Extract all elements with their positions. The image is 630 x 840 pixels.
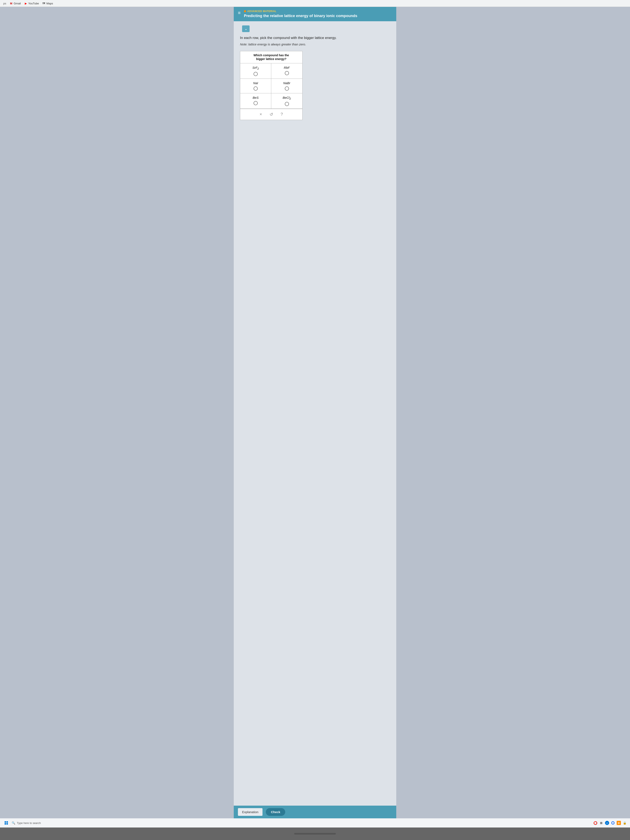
radio-rbf[interactable]: [285, 71, 289, 75]
windows-logo-icon: [5, 821, 8, 824]
compound-rbf: RbF: [284, 66, 290, 69]
chevron-down-button[interactable]: ⌄: [242, 25, 249, 32]
taskbar-search-area[interactable]: 🔍 Type here to search: [12, 821, 74, 824]
compound-cell-becl2: BeCl2: [271, 93, 302, 109]
photos-icon[interactable]: 🖼: [617, 821, 621, 825]
compound-row-1: SrF2 RbF: [240, 63, 302, 79]
advanced-material-text: ADVANCED MATERIAL: [247, 10, 276, 13]
chrome-icon[interactable]: [611, 821, 615, 825]
chevron-down-icon: ⌄: [245, 27, 248, 31]
edge-icon[interactable]: e: [605, 821, 609, 825]
radio-srf2[interactable]: [254, 72, 258, 76]
compound-nai: NaI: [253, 81, 258, 85]
note-text: Note: lattice energy is always greater t…: [240, 43, 390, 46]
browser-toolbar: ps M Gmail ▶ YouTube 🗺 Maps: [0, 0, 630, 7]
compound-cell-nai: NaI: [240, 79, 271, 93]
main-area: ≡ ADVANCED MATERIAL Predicting the relat…: [0, 7, 630, 818]
header-content: ADVANCED MATERIAL Predicting the relativ…: [244, 10, 392, 18]
youtube-label: YouTube: [28, 2, 39, 5]
compound-cell-bes: BeS: [240, 93, 271, 109]
explanation-button[interactable]: Explanation: [238, 808, 262, 816]
radio-bes[interactable]: [254, 101, 258, 105]
compound-cell-srf2: SrF2: [240, 63, 271, 79]
taskview-icon[interactable]: ⊞: [599, 821, 603, 825]
instruction-text: In each row, pick the compound with the …: [240, 35, 390, 40]
orange-dot-icon: [244, 10, 246, 12]
hamburger-icon[interactable]: ≡: [238, 10, 241, 16]
gmail-icon: M: [9, 2, 13, 5]
help-button[interactable]: ?: [279, 111, 284, 117]
windows-start-button[interactable]: [3, 820, 9, 826]
dismiss-button[interactable]: ×: [258, 111, 264, 117]
laptop-bottom-bezel: [0, 827, 630, 840]
cortana-icon[interactable]: ⭕: [593, 821, 597, 825]
compound-becl2: BeCl2: [283, 96, 291, 100]
radio-becl2[interactable]: [285, 102, 289, 106]
action-row: × ↺ ?: [240, 109, 302, 120]
chevron-section: ⌄: [242, 25, 390, 32]
table-header-line1: Which compound has the: [243, 53, 299, 57]
svg-point-1: [612, 822, 614, 824]
taskbar-system-icons: ⭕ ⊞ e 🖼 🔒: [593, 821, 627, 825]
radio-nabr[interactable]: [285, 87, 289, 91]
maps-icon: 🗺: [42, 2, 46, 5]
bookmark-maps[interactable]: 🗺 Maps: [42, 2, 53, 5]
bookmark-gmail[interactable]: M Gmail: [9, 2, 21, 5]
bookmark-youtube[interactable]: ▶ YouTube: [24, 2, 39, 5]
header-title: Predicting the relative lattice energy o…: [244, 14, 392, 18]
undo-icon: ↺: [270, 112, 273, 117]
compound-srf2: SrF2: [252, 66, 259, 70]
check-button[interactable]: Check: [266, 808, 285, 816]
compound-cell-nabr: NaBr: [271, 79, 302, 93]
table-header: Which compound has the bigger lattice en…: [240, 51, 302, 63]
help-icon: ?: [281, 112, 283, 117]
gmail-label: Gmail: [14, 2, 21, 5]
compound-row-2: NaI NaBr: [240, 79, 302, 93]
radio-nai[interactable]: [254, 87, 258, 91]
compound-cell-rbf: RbF: [271, 63, 302, 79]
taskbar: 🔍 Type here to search ⭕ ⊞ e 🖼 🔒: [0, 818, 630, 827]
advanced-material-label: ADVANCED MATERIAL: [244, 10, 392, 13]
table-header-line2: bigger lattice energy?: [243, 57, 299, 61]
compound-row-3: BeS BeCl2: [240, 93, 302, 109]
undo-button[interactable]: ↺: [268, 111, 275, 118]
compound-bes: BeS: [253, 96, 259, 99]
app-header: ≡ ADVANCED MATERIAL Predicting the relat…: [234, 7, 396, 21]
laptop-hinge: [294, 833, 336, 835]
content-area: ⌄ In each row, pick the compound with th…: [234, 21, 396, 805]
search-icon: 🔍: [12, 821, 15, 824]
app-container: ≡ ADVANCED MATERIAL Predicting the relat…: [234, 7, 396, 818]
taskbar-search-placeholder: Type here to search: [17, 821, 41, 824]
compound-nabr: NaBr: [283, 81, 290, 85]
compound-table: Which compound has the bigger lattice en…: [240, 51, 303, 120]
youtube-icon: ▶: [24, 2, 27, 5]
lock-icon[interactable]: 🔒: [622, 821, 627, 825]
maps-label: Maps: [46, 2, 53, 5]
bottom-bar: Explanation Check: [234, 805, 396, 818]
x-icon: ×: [260, 112, 262, 117]
bookmark-ps: ps: [3, 2, 6, 5]
